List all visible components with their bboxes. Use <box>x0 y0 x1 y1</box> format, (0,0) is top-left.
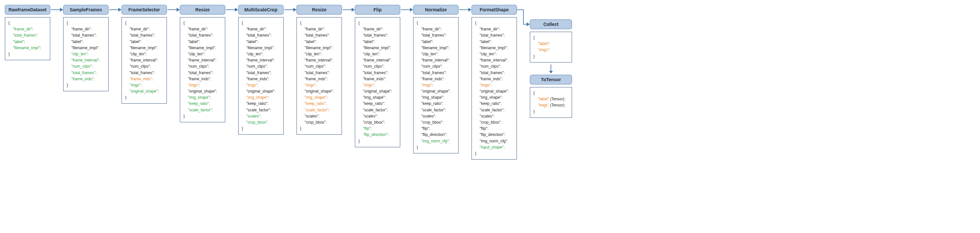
key-normalize-original_shape: "original_shape": <box>417 88 455 95</box>
arrow-right-icon <box>342 5 355 14</box>
key-formatshape-label: "label": <box>475 39 513 45</box>
stage-header-normalize: Normalize <box>413 5 458 14</box>
key-resize1-original_shape: "original_shape": <box>183 88 222 95</box>
key-frameselector-num_clips: "num_clips": <box>125 63 163 70</box>
key-resize1-imgs: "imgs": <box>183 82 222 88</box>
key-sampleframes-frame_interval: "frame_interval": <box>67 57 105 63</box>
stage-resize2: Resize{"frame_dir":"total_frames":"label… <box>296 5 342 135</box>
key-normalize-scale_factor: "scale_factor": <box>417 107 455 113</box>
stage-body-flip: {"frame_dir":"total_frames":"label":"fil… <box>355 17 400 147</box>
key-sampleframes-clip_len: "clip_len": <box>67 51 105 57</box>
key-normalize-crop_bbox: "crop_bbox": <box>417 119 455 125</box>
key-flip-total_frames: "total_frames": <box>358 32 397 38</box>
stage-body-frameselector: {"frame_dir":"total_frames":"label":"fil… <box>121 17 167 103</box>
arrow-right-icon <box>50 5 63 14</box>
key-formatshape-crop_bbox: "crop_bbox": <box>475 119 513 125</box>
key-resize2-num_clips: "num_clips": <box>300 63 338 70</box>
stage-body-normalize: {"frame_dir":"total_frames":"label":"fil… <box>413 17 458 154</box>
key-formatshape-flip: "flip": <box>475 125 513 132</box>
key-flip-flip: "flip": <box>358 125 397 132</box>
key-resize2-frame_dir: "frame_dir": <box>300 26 338 32</box>
key-sampleframes-total_frames: "total_frames": <box>67 32 105 38</box>
key-flip-original_shape: "original_shape": <box>358 88 397 95</box>
key-multiscalecrop-img_shape: "img_shape": <box>242 95 280 101</box>
key-resize1-clip_len: "clip_len": <box>183 51 222 57</box>
key-rawframe-filename_tmpl: "filename_tmpl": <box>8 45 47 51</box>
svg-marker-13 <box>410 8 413 12</box>
key-sampleframes-total_frames: "total_frames": <box>67 70 105 76</box>
key-multiscalecrop-frame_dir: "frame_dir": <box>242 26 280 32</box>
key-normalize-frame_interval: "frame_interval": <box>417 57 455 63</box>
stage-body-sampleframes: {"frame_dir":"total_frames":"label":"fil… <box>63 17 108 91</box>
key-resize1-img_shape: "img_shape": <box>183 95 222 101</box>
key-frameselector-frame_interval: "frame_interval": <box>125 57 163 63</box>
stage-body-totensor: {"label" (Tensor):"imgs" (Tensor):} <box>530 87 572 118</box>
key-multiscalecrop-imgs: "imgs": <box>242 82 280 88</box>
stage-header-rawframe: RawframeDataset <box>5 5 50 14</box>
key-formatshape-input_shape: "input_shape": <box>475 144 513 151</box>
svg-marker-7 <box>235 8 238 12</box>
key-sampleframes-num_clips: "num_clips": <box>67 63 105 70</box>
key-formatshape-scale_factor: "scale_factor": <box>475 107 513 113</box>
arrow-right-icon <box>167 5 180 14</box>
stage-header-collect: Collect <box>530 19 572 29</box>
key-resize1-frame_interval: "frame_interval": <box>183 57 222 63</box>
key-resize2-img_shape: "img_shape": <box>300 95 338 101</box>
arrow-right-icon <box>400 5 413 14</box>
stage-header-resize2: Resize <box>296 5 342 14</box>
key-formatshape-imgs: "imgs": <box>475 82 513 88</box>
key-normalize-flip: "flip": <box>417 125 455 132</box>
arrow-lshape-icon <box>517 5 530 32</box>
key-resize1-total_frames: "total_frames": <box>183 70 222 76</box>
key-flip-crop_bbox: "crop_bbox": <box>358 119 397 125</box>
key-formatshape-flip_direction: "flip_direction": <box>475 132 513 138</box>
svg-marker-9 <box>293 8 296 12</box>
key-resize2-imgs: "imgs": <box>300 82 338 88</box>
key-resize2-label: "label": <box>300 39 338 45</box>
key-flip-label: "label": <box>358 39 397 45</box>
key-resize2-keep_ratio: "keep_ratio": <box>300 101 338 107</box>
key-normalize-filename_tmpl: "filename_tmpl": <box>417 45 455 51</box>
pipeline-row: RawframeDataset{"frame_dir":"total_frame… <box>5 5 977 160</box>
key-normalize-scales: "scales": <box>417 113 455 119</box>
key-sampleframes-frame_dir: "frame_dir": <box>67 26 105 32</box>
key-normalize-keep_ratio: "keep_ratio": <box>417 101 455 107</box>
stage-body-collect: {"label":"imgs":} <box>530 32 572 62</box>
key-formatshape-num_clips: "num_clips": <box>475 63 513 70</box>
key-multiscalecrop-original_shape: "original_shape": <box>242 88 280 95</box>
key-resize2-total_frames: "total_frames": <box>300 70 338 76</box>
stage-header-frameselector: FrameSelector <box>121 5 167 14</box>
stage-rawframe: RawframeDataset{"frame_dir":"total_frame… <box>5 5 50 60</box>
key-multiscalecrop-total_frames: "total_frames": <box>242 70 280 76</box>
svg-marker-5 <box>177 8 180 12</box>
key-formatshape-frame_dir: "frame_dir": <box>475 26 513 32</box>
stage-body-multiscalecrop: {"frame_dir":"total_frames":"label":"fil… <box>238 17 283 135</box>
key-totensor-label: "label" (Tensor): <box>533 96 568 102</box>
key-resize1-scale_factor: "scale_factor": <box>183 107 222 113</box>
key-formatshape-img_norm_cfg: "img_norm_cfg": <box>475 138 513 144</box>
svg-marker-11 <box>352 8 355 12</box>
key-totensor-imgs: "imgs" (Tensor): <box>533 102 568 108</box>
key-normalize-clip_len: "clip_len": <box>417 51 455 57</box>
key-frameselector-imgs: "imgs": <box>125 82 163 88</box>
key-sampleframes-frame_inds: "frame_inds": <box>67 76 105 82</box>
key-resize2-frame_interval: "frame_interval": <box>300 57 338 63</box>
key-multiscalecrop-clip_len: "clip_len": <box>242 51 280 57</box>
key-collect-imgs: "imgs": <box>533 47 568 53</box>
key-multiscalecrop-keep_ratio: "keep_ratio": <box>242 101 280 107</box>
key-normalize-total_frames: "total_frames": <box>417 32 455 38</box>
key-formatshape-img_shape: "img_shape": <box>475 95 513 101</box>
arrow-right-icon <box>283 5 296 14</box>
key-normalize-img_shape: "img_shape": <box>417 95 455 101</box>
stage-header-formatshape: FormatShape <box>471 5 517 14</box>
key-multiscalecrop-scale_factor: "scale_factor": <box>242 107 280 113</box>
key-flip-frame_dir: "frame_dir": <box>358 26 397 32</box>
key-normalize-total_frames: "total_frames": <box>417 70 455 76</box>
right-column: Collect{"label":"imgs":}ToTensor{"label"… <box>530 19 572 118</box>
key-multiscalecrop-scales: "scales": <box>242 113 280 119</box>
key-multiscalecrop-total_frames: "total_frames": <box>242 32 280 38</box>
key-normalize-imgs: "imgs": <box>417 82 455 88</box>
key-multiscalecrop-num_clips: "num_clips": <box>242 63 280 70</box>
key-normalize-img_norm_cfg: "img_norm_cfg": <box>417 138 455 144</box>
key-normalize-num_clips: "num_clips": <box>417 63 455 70</box>
